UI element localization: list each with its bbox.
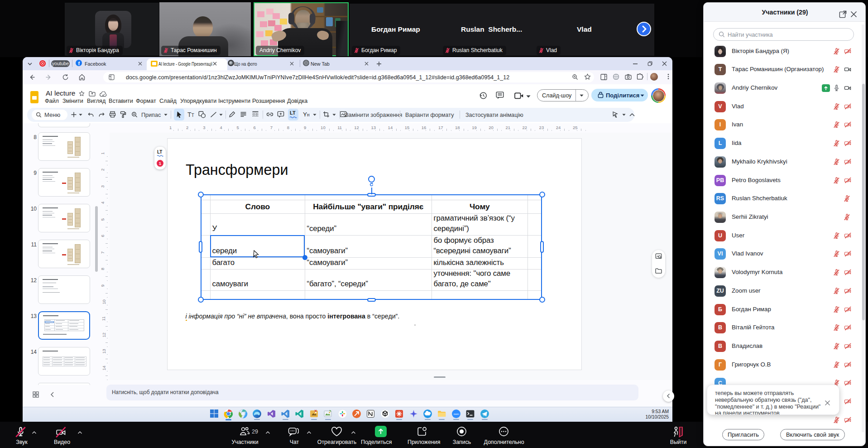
svg-text:zoom: zoom bbox=[453, 413, 459, 415]
